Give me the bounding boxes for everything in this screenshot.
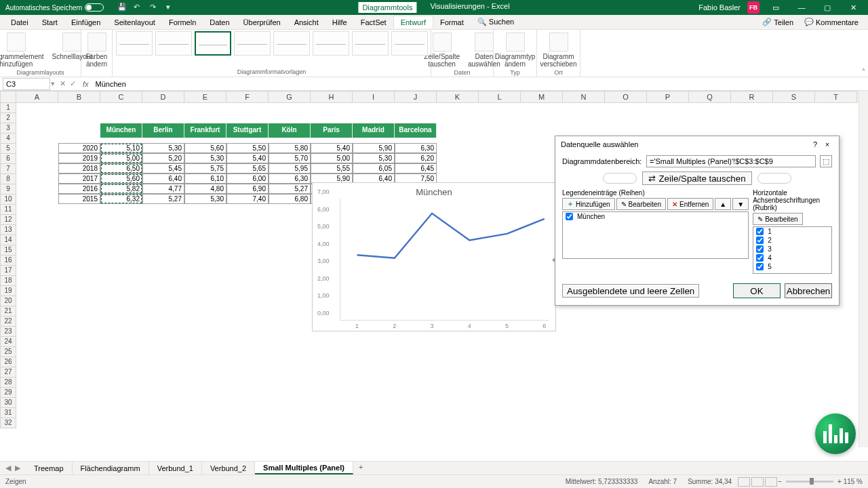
- cell[interactable]: 5,27: [269, 184, 311, 194]
- cell[interactable]: 2020: [58, 143, 100, 153]
- menu-formeln[interactable]: Formeln: [162, 16, 203, 28]
- cell[interactable]: 5,90: [353, 143, 395, 153]
- chart-title[interactable]: München: [313, 183, 555, 199]
- tab-next-icon[interactable]: ▶: [15, 464, 20, 472]
- list-item[interactable]: 3: [753, 245, 831, 253]
- row-header[interactable]: 20: [0, 296, 16, 306]
- change-colors-button[interactable]: Farben ändern: [83, 31, 111, 69]
- chart-style-thumb[interactable]: [234, 31, 271, 56]
- add-chart-element-button[interactable]: Diagrammelement hinzufügen: [0, 31, 47, 69]
- menu-format[interactable]: Format: [433, 16, 471, 28]
- chart-styles-gallery[interactable]: [116, 31, 428, 56]
- legend-add-button[interactable]: ＋Hinzufügen: [562, 198, 615, 210]
- cell[interactable]: 6,32: [100, 194, 142, 204]
- row-header[interactable]: 14: [0, 235, 16, 245]
- hidden-cells-button[interactable]: Ausgeblendete und leere Zellen: [562, 284, 699, 298]
- menu-seitenlayout[interactable]: Seitenlayout: [107, 16, 162, 28]
- dialog-close-icon[interactable]: ×: [821, 140, 833, 148]
- row-header[interactable]: 9: [0, 184, 16, 195]
- cell[interactable]: 6,10: [184, 174, 226, 184]
- tab-prev-icon[interactable]: ◀: [5, 464, 11, 472]
- user-name[interactable]: Fabio Basler: [698, 3, 741, 12]
- change-chart-type-button[interactable]: Diagrammtyp ändern: [492, 31, 538, 69]
- menu-ansicht[interactable]: Ansicht: [288, 16, 326, 28]
- cell[interactable]: 5,30: [184, 194, 226, 204]
- col-header[interactable]: A: [16, 91, 58, 103]
- move-chart-button[interactable]: Diagramm verschieben: [538, 31, 580, 69]
- cell[interactable]: 6,45: [395, 163, 437, 174]
- col-header[interactable]: J: [395, 91, 437, 103]
- comments-button[interactable]: 💬 Kommentare: [799, 16, 864, 28]
- sheet-tab[interactable]: Flächendiagramm: [73, 462, 149, 474]
- cell[interactable]: 6,30: [269, 174, 311, 184]
- col-header[interactable]: R: [731, 91, 773, 103]
- col-header[interactable]: K: [437, 91, 479, 103]
- range-selector-icon[interactable]: ⬚: [820, 155, 832, 167]
- chart-data-range-input[interactable]: [646, 155, 816, 167]
- cell[interactable]: 5,70: [269, 153, 311, 163]
- fx-icon[interactable]: fx: [80, 80, 92, 88]
- cell[interactable]: 5,55: [311, 163, 353, 174]
- cell[interactable]: 5,40: [311, 143, 353, 153]
- vertical-scrollbar[interactable]: [859, 91, 868, 447]
- name-box[interactable]: [3, 78, 50, 90]
- cell[interactable]: 5,27: [142, 194, 184, 204]
- chart-style-thumb[interactable]: [352, 31, 389, 56]
- row-header[interactable]: 17: [0, 266, 16, 276]
- cell[interactable]: 5,00: [100, 153, 142, 163]
- accept-formula-icon[interactable]: ✓: [70, 79, 76, 88]
- cell[interactable]: 7,40: [226, 194, 269, 204]
- cell[interactable]: 5,40: [226, 153, 269, 163]
- undo-icon[interactable]: ↶: [134, 3, 143, 12]
- minimize-icon[interactable]: —: [792, 3, 811, 12]
- list-item[interactable]: 5: [753, 262, 831, 271]
- cell[interactable]: Madrid: [353, 123, 395, 138]
- cell[interactable]: 5,60: [184, 143, 226, 153]
- cell[interactable]: Stuttgart: [226, 123, 269, 138]
- cell[interactable]: Berlin: [142, 123, 184, 138]
- col-header[interactable]: S: [773, 91, 815, 103]
- cell[interactable]: 5,50: [226, 143, 269, 153]
- col-header[interactable]: E: [184, 91, 226, 103]
- close-icon[interactable]: ✕: [844, 3, 863, 12]
- col-header[interactable]: C: [100, 91, 142, 103]
- row-header[interactable]: 28: [0, 378, 16, 388]
- legend-series-list[interactable]: München: [562, 211, 749, 259]
- col-header[interactable]: H: [311, 91, 353, 103]
- customize-icon[interactable]: ▾: [166, 3, 176, 12]
- collapse-ribbon-icon[interactable]: ˄: [862, 68, 865, 75]
- col-header[interactable]: N: [563, 91, 605, 103]
- menu-factset[interactable]: FactSet: [354, 16, 393, 28]
- cancel-formula-icon[interactable]: ✕: [60, 79, 66, 88]
- cancel-button[interactable]: Abbrechen: [785, 283, 832, 298]
- row-header[interactable]: 10: [0, 195, 16, 205]
- cell[interactable]: 2016: [58, 184, 100, 194]
- row-header[interactable]: 13: [0, 225, 16, 235]
- row-header[interactable]: 22: [0, 317, 16, 327]
- row-header[interactable]: 25: [0, 347, 16, 357]
- row-header[interactable]: 23: [0, 327, 16, 337]
- dialog-help-icon[interactable]: ?: [809, 140, 821, 148]
- cell[interactable]: 6,90: [226, 184, 269, 194]
- list-item[interactable]: 4: [753, 253, 831, 262]
- row-headers[interactable]: 1234567891011121314151617181920212223242…: [0, 103, 16, 428]
- col-header[interactable]: B: [58, 91, 100, 103]
- sheet-tab-active[interactable]: Small Multiples (Panel): [255, 462, 353, 474]
- col-header[interactable]: O: [605, 91, 647, 103]
- cell[interactable]: 5,30: [184, 153, 226, 163]
- chart-line-series[interactable]: [340, 199, 549, 407]
- row-header[interactable]: 18: [0, 276, 16, 286]
- ribbon-options-icon[interactable]: ▭: [766, 3, 785, 12]
- row-header[interactable]: 24: [0, 337, 16, 347]
- axis-edit-button[interactable]: ✎ Bearbeiten: [753, 213, 802, 225]
- legend-move-down-button[interactable]: ▼: [732, 198, 749, 210]
- row-header[interactable]: 7: [0, 164, 16, 174]
- cell[interactable]: 5,75: [184, 163, 226, 174]
- row-header[interactable]: 2: [0, 113, 16, 123]
- row-header[interactable]: 21: [0, 306, 16, 317]
- redo-icon[interactable]: ↷: [150, 3, 159, 12]
- menu-daten[interactable]: Daten: [203, 16, 236, 28]
- cell[interactable]: 2019: [58, 153, 100, 163]
- legend-remove-button[interactable]: ✕Entfernen: [667, 198, 713, 210]
- axis-checkbox[interactable]: [756, 254, 764, 262]
